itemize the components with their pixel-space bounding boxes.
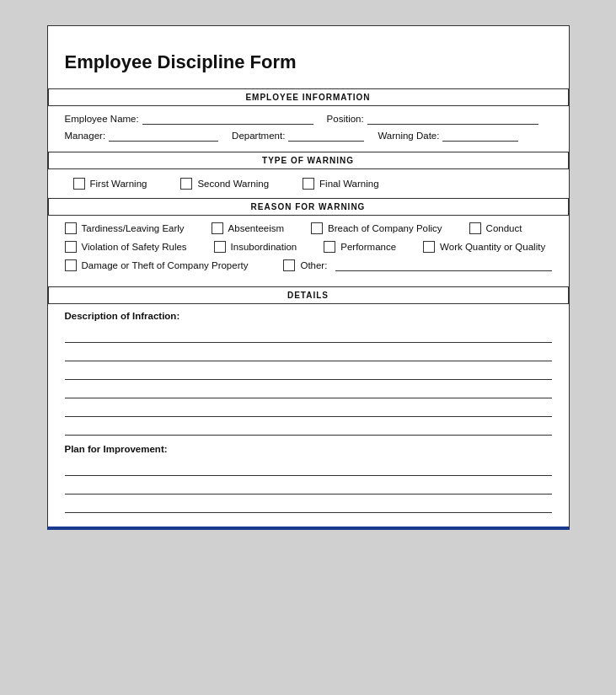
description-line-1[interactable]	[65, 328, 552, 343]
tardiness-checkbox[interactable]	[65, 222, 77, 234]
final-warning-label: Final Warning	[319, 179, 379, 189]
damage-theft-item[interactable]: Damage or Theft of Company Property	[65, 259, 249, 271]
warning-type-header: TYPE OF WARNING	[48, 152, 569, 169]
other-checkbox[interactable]	[283, 259, 295, 271]
final-warning-checkbox[interactable]	[303, 178, 314, 190]
manager-line[interactable]	[109, 130, 218, 142]
conduct-item[interactable]: Conduct	[469, 222, 522, 234]
other-label: Other:	[300, 260, 327, 270]
performance-checkbox[interactable]	[324, 241, 335, 253]
breach-label: Breach of Company Policy	[328, 223, 442, 233]
work-quantity-label: Work Quantity or Quality	[440, 242, 545, 252]
plan-line-2[interactable]	[65, 479, 552, 495]
work-quantity-checkbox[interactable]	[423, 241, 435, 253]
damage-theft-checkbox[interactable]	[65, 259, 77, 271]
tardiness-label: Tardiness/Leaving Early	[82, 223, 185, 233]
description-line-3[interactable]	[65, 365, 552, 380]
employee-name-row: Employee Name: Position:	[65, 113, 552, 125]
warning-date-label: Warning Date:	[378, 131, 439, 141]
warning-type-section: First Warning Second Warning Final Warni…	[48, 169, 569, 198]
reason-row-3: Damage or Theft of Company Property Othe…	[65, 259, 552, 271]
conduct-label: Conduct	[486, 223, 522, 233]
description-line-4[interactable]	[65, 383, 552, 398]
employee-info-header: EMPLOYEE INFORMATION	[48, 88, 569, 106]
safety-label: Violation of Safety Rules	[82, 242, 187, 252]
form-title: Employee Discipline Form	[65, 51, 552, 73]
title-section: Employee Discipline Form	[48, 26, 569, 88]
tardiness-item[interactable]: Tardiness/Leaving Early	[65, 222, 185, 234]
breach-checkbox[interactable]	[311, 222, 323, 234]
form-container: Employee Discipline Form EMPLOYEE INFORM…	[47, 25, 570, 530]
insubordination-checkbox[interactable]	[214, 241, 226, 253]
absenteeism-label: Absenteeism	[228, 223, 284, 233]
second-warning-item[interactable]: Second Warning	[180, 178, 269, 190]
other-line[interactable]	[335, 259, 551, 271]
department-line[interactable]	[288, 130, 364, 142]
description-line-6[interactable]	[65, 420, 552, 436]
reason-section: Tardiness/Leaving Early Absenteeism Brea…	[48, 216, 569, 286]
safety-item[interactable]: Violation of Safety Rules	[65, 241, 187, 253]
insubordination-item[interactable]: Insubordination	[214, 241, 297, 253]
description-label: Description of Infraction:	[65, 311, 552, 321]
performance-label: Performance	[340, 242, 396, 252]
second-warning-checkbox[interactable]	[180, 178, 192, 190]
insubordination-label: Insubordination	[231, 242, 297, 252]
details-header: DETAILS	[48, 286, 569, 304]
reason-row-2: Violation of Safety Rules Insubordinatio…	[65, 241, 552, 253]
description-line-5[interactable]	[65, 402, 552, 417]
absenteeism-checkbox[interactable]	[212, 222, 223, 234]
conduct-checkbox[interactable]	[469, 222, 481, 234]
warning-date-line[interactable]	[442, 130, 518, 142]
first-warning-checkbox[interactable]	[73, 178, 85, 190]
details-section: Description of Infraction: Plan for Impr…	[48, 304, 569, 527]
employee-name-line[interactable]	[142, 113, 313, 125]
employee-name-label: Employee Name:	[65, 114, 139, 124]
other-item[interactable]: Other:	[283, 259, 327, 271]
description-line-2[interactable]	[65, 346, 552, 361]
plan-line-3[interactable]	[65, 498, 552, 513]
safety-checkbox[interactable]	[65, 241, 77, 253]
manager-label: Manager:	[65, 131, 106, 141]
performance-item[interactable]: Performance	[324, 241, 396, 253]
position-line[interactable]	[367, 113, 538, 125]
second-warning-label: Second Warning	[197, 179, 269, 189]
absenteeism-item[interactable]: Absenteeism	[212, 222, 284, 234]
employee-fields: Employee Name: Position: Manager: Depart…	[48, 106, 569, 152]
department-label: Department:	[232, 131, 285, 141]
damage-theft-label: Damage or Theft of Company Property	[82, 260, 249, 270]
plan-line-1[interactable]	[65, 461, 552, 476]
plan-label: Plan for Improvement:	[65, 444, 552, 454]
final-warning-item[interactable]: Final Warning	[303, 178, 379, 190]
first-warning-label: First Warning	[90, 179, 147, 189]
reason-header: REASON FOR WARNING	[48, 198, 569, 216]
breach-item[interactable]: Breach of Company Policy	[311, 222, 442, 234]
first-warning-item[interactable]: First Warning	[73, 178, 147, 190]
manager-row: Manager: Department: Warning Date:	[65, 130, 552, 142]
reason-row-1: Tardiness/Leaving Early Absenteeism Brea…	[65, 222, 552, 234]
position-label: Position:	[327, 114, 364, 124]
work-quantity-item[interactable]: Work Quantity or Quality	[423, 241, 545, 253]
